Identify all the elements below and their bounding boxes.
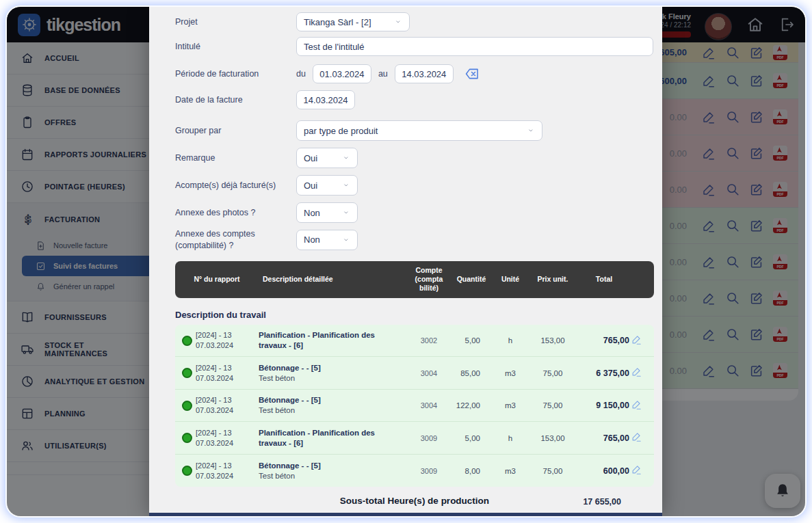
cell-total: 6 375,00: [577, 368, 631, 378]
report-number: [2024] - 13: [196, 363, 259, 373]
col-header-rapport: N° du rapport: [175, 275, 259, 284]
grouper-selected-value: par type de produit: [304, 126, 378, 136]
annexe-photos-selected-value: Non: [304, 208, 320, 218]
clear-dates-button[interactable]: [463, 66, 481, 81]
field-label: Période de facturation: [175, 68, 296, 80]
col-header-unite: Unité: [493, 275, 528, 284]
date-facture-input[interactable]: [296, 90, 355, 109]
field-label: Date de la facture: [175, 94, 296, 106]
chevron-down-icon: [342, 181, 350, 189]
form-row-annexe-comptes: Annexe des comptes (comptabilité) ? Non: [175, 228, 653, 252]
invoice-form-modal: Projet Tikanga Sàrl - [2] Intitulé Pério…: [149, 7, 662, 516]
grouper-select[interactable]: par type de produit: [296, 120, 542, 141]
au-label: au: [378, 69, 388, 79]
report-number: [2024] - 13: [196, 395, 259, 405]
row-edit-pen-icon[interactable]: [631, 399, 654, 413]
form-row-intitule: Intitulé: [175, 37, 653, 56]
report-date: 07.03.2024: [196, 471, 259, 481]
projet-select[interactable]: Tikanga Sàrl - [2]: [296, 12, 410, 31]
cell-unite: m3: [493, 467, 528, 475]
form-row-remarque: Remarque Oui: [175, 148, 653, 168]
backspace-icon: [463, 66, 481, 81]
detail-table-rows: [2024] - 1307.03.2024 Planification - Pl…: [175, 325, 654, 487]
status-dot-green: [182, 368, 192, 378]
cell-unite: h: [493, 434, 528, 442]
acompte-selected-value: Oui: [304, 180, 317, 191]
description-line1: Bétonnage - - [5]: [259, 395, 404, 405]
periode-du-input[interactable]: [313, 64, 371, 83]
intitule-input[interactable]: [296, 37, 653, 56]
table-row: [2024] - 1307.03.2024 Planification - Pl…: [175, 422, 654, 455]
cell-compte: 3004: [408, 401, 450, 410]
field-label: Annexe des comptes (comptabilité) ?: [175, 228, 296, 252]
chevron-down-icon: [394, 18, 402, 26]
col-header-quantite: Quantité: [450, 275, 493, 284]
status-dot-green: [182, 401, 192, 411]
chevron-down-icon: [342, 209, 350, 217]
description-line1: Bétonnage - - [5]: [259, 363, 404, 373]
cell-prix-unit: 75,00: [528, 401, 577, 410]
section-title: Description du travail: [175, 310, 653, 320]
report-date: 07.03.2024: [196, 438, 259, 448]
status-dot-green: [182, 336, 192, 346]
cell-unite: m3: [493, 401, 528, 410]
form-row-annexe-photos: Annexe des photos ? Non: [175, 202, 653, 223]
app-window: tikgestion ck Fleury 24 / 22:12 ACCUEIL …: [7, 7, 805, 516]
acompte-select[interactable]: Oui: [296, 175, 358, 196]
subtotal-value: 17 655,00: [583, 497, 621, 507]
du-label: du: [296, 69, 306, 79]
annexe-comptes-selected-value: Non: [304, 234, 320, 245]
subtotal-row: Sous-total Heure(s) de production 17 655…: [175, 496, 654, 512]
annexe-comptes-select[interactable]: Non: [296, 230, 358, 250]
cell-compte: 3009: [408, 467, 450, 475]
report-number: [2024] - 13: [196, 461, 259, 471]
form-row-grouper: Grouper par par type de produit: [175, 120, 653, 141]
remarque-select[interactable]: Oui: [296, 148, 358, 168]
cell-quantite: 5,00: [450, 434, 493, 442]
row-edit-pen-icon[interactable]: [631, 431, 654, 445]
row-edit-pen-icon[interactable]: [631, 464, 654, 478]
table-row: [2024] - 1307.03.2024 Planification - Pl…: [175, 325, 654, 358]
col-header-prix-unit: Prix unit.: [528, 275, 577, 284]
cell-prix-unit: 153,00: [528, 336, 577, 345]
description-line1: Planification - Planification des travau…: [259, 330, 404, 351]
field-label: Annexe des photos ?: [175, 207, 296, 219]
cell-compte: 3004: [408, 369, 450, 377]
cell-prix-unit: 75,00: [528, 369, 577, 377]
detail-table-header: N° du rapport Description détaillée Comp…: [175, 261, 654, 298]
cell-quantite: 8,00: [450, 467, 493, 475]
cell-compte: 3009: [408, 434, 450, 442]
field-label: Intitulé: [175, 41, 296, 53]
description-line1: Planification - Planification des travau…: [259, 428, 404, 448]
col-header-description: Description détaillée: [259, 275, 408, 284]
report-date: 07.03.2024: [196, 373, 259, 384]
field-label: Grouper par: [175, 125, 296, 137]
table-row: [2024] - 1307.03.2024 Bétonnage - - [5]T…: [175, 455, 654, 487]
report-number: [2024] - 13: [196, 330, 259, 340]
annexe-photos-select[interactable]: Non: [296, 202, 358, 223]
report-date: 07.03.2024: [196, 340, 259, 351]
periode-au-input[interactable]: [395, 64, 454, 83]
form-row-periode: Période de facturation du au: [175, 64, 653, 83]
cell-quantite: 85,00: [450, 369, 493, 377]
description-line1: Bétonnage - - [5]: [259, 461, 404, 471]
description-line2: Test béton: [259, 471, 404, 481]
form-row-projet: Projet Tikanga Sàrl - [2]: [175, 12, 653, 31]
field-label: Projet: [175, 16, 296, 28]
field-label: Remarque: [175, 152, 296, 164]
form-row-date-facture: Date de la facture: [175, 90, 653, 109]
col-header-compte: Compte (compta bilité): [408, 266, 450, 293]
row-edit-pen-icon[interactable]: [631, 334, 654, 348]
report-number: [2024] - 13: [196, 428, 259, 438]
cell-quantite: 5,00: [450, 336, 493, 345]
cell-unite: m3: [493, 369, 528, 377]
cell-compte: 3002: [408, 336, 450, 345]
cell-quantite: 122,00: [450, 401, 493, 410]
row-edit-pen-icon[interactable]: [631, 366, 654, 380]
chevron-down-icon: [342, 236, 350, 244]
field-label: Acompte(s) déjà facturé(s): [175, 180, 296, 191]
description-line2: Test béton: [259, 405, 404, 416]
cell-total: 765,00: [577, 433, 631, 443]
table-row: [2024] - 1307.03.2024 Bétonnage - - [5]T…: [175, 390, 654, 423]
subtotal-label: Sous-total Heure(s) de production: [175, 496, 654, 506]
